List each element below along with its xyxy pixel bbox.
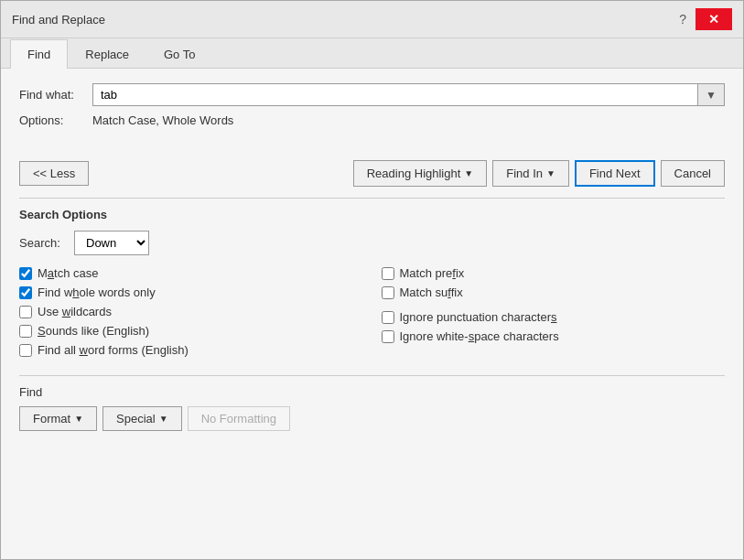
- tab-bar: Find Replace Go To: [1, 38, 743, 69]
- title-controls: ? ✕: [674, 8, 732, 30]
- checkboxes-left-col: Match case Find whole words only Use wil…: [19, 266, 363, 357]
- special-arrow-icon: ▼: [159, 414, 168, 424]
- tab-goto[interactable]: Go To: [146, 39, 212, 69]
- less-button[interactable]: << Less: [19, 161, 89, 186]
- search-options-title: Search Options: [19, 198, 725, 221]
- title-bar-left: Find and Replace: [12, 13, 105, 27]
- whole-words-checkbox[interactable]: [19, 286, 32, 299]
- tab-find[interactable]: Find: [10, 39, 68, 69]
- close-button[interactable]: ✕: [695, 8, 732, 30]
- find-in-arrow-icon: ▼: [546, 168, 555, 178]
- find-in-button[interactable]: Find In ▼: [492, 160, 569, 187]
- dialog-body: Find what: ▼ Options: Match Case, Whole …: [1, 69, 743, 446]
- search-row: Search: Down Up All: [19, 231, 725, 255]
- find-bottom-section: Find Format ▼ Special ▼ No Formatting: [19, 375, 725, 431]
- wildcards-checkbox[interactable]: [19, 306, 32, 318]
- find-input-dropdown-button[interactable]: ▼: [697, 84, 724, 105]
- help-button[interactable]: ?: [674, 10, 692, 28]
- cancel-button[interactable]: Cancel: [661, 160, 725, 187]
- whole-words-label[interactable]: Find whole words only: [38, 285, 156, 299]
- wildcards-label[interactable]: Use wildcards: [38, 305, 112, 318]
- options-row: Options: Match Case, Whole Words: [19, 113, 725, 127]
- no-formatting-button[interactable]: No Formatting: [188, 406, 290, 431]
- options-label: Options:: [19, 113, 92, 127]
- word-forms-row: Find all word forms (English): [19, 343, 363, 357]
- whole-words-row: Find whole words only: [19, 285, 363, 299]
- match-prefix-label[interactable]: Match prefix: [400, 266, 465, 280]
- wildcards-row: Use wildcards: [19, 305, 363, 318]
- find-what-row: Find what: ▼: [19, 83, 725, 106]
- find-next-button[interactable]: Find Next: [575, 160, 655, 187]
- word-forms-checkbox[interactable]: [19, 344, 32, 357]
- format-button[interactable]: Format ▼: [19, 406, 97, 431]
- search-label: Search:: [19, 236, 74, 250]
- special-button[interactable]: Special ▼: [102, 406, 182, 431]
- button-row-right: Reading Highlight ▼ Find In ▼ Find Next …: [353, 160, 725, 187]
- main-button-row: << Less Reading Highlight ▼ Find In ▼ Fi…: [19, 160, 725, 187]
- ignore-punctuation-row: Ignore punctuation characters: [382, 310, 726, 324]
- match-suffix-label[interactable]: Match suffix: [400, 285, 463, 299]
- checkboxes-right-col: Match prefix Match suffix Ignore punctua…: [382, 266, 726, 357]
- match-suffix-row: Match suffix: [382, 285, 726, 299]
- ignore-punctuation-label[interactable]: Ignore punctuation characters: [400, 310, 557, 324]
- ignore-whitespace-row: Ignore white-space characters: [382, 329, 726, 343]
- match-case-checkbox[interactable]: [19, 267, 32, 280]
- match-case-row: Match case: [19, 266, 363, 280]
- tab-replace[interactable]: Replace: [68, 39, 146, 69]
- word-forms-label[interactable]: Find all word forms (English): [38, 343, 189, 357]
- find-what-input[interactable]: [93, 84, 697, 105]
- title-bar: Find and Replace ? ✕: [1, 1, 743, 38]
- match-case-label[interactable]: Match case: [38, 266, 99, 280]
- match-prefix-checkbox[interactable]: [382, 267, 394, 280]
- ignore-whitespace-label[interactable]: Ignore white-space characters: [400, 329, 559, 343]
- find-replace-dialog: Find and Replace ? ✕ Find Replace Go To …: [0, 0, 744, 560]
- ignore-punctuation-checkbox[interactable]: [382, 311, 394, 324]
- format-arrow-icon: ▼: [74, 414, 83, 424]
- match-prefix-row: Match prefix: [382, 266, 726, 280]
- search-select-wrapper: Down Up All: [74, 231, 149, 255]
- ignore-whitespace-checkbox[interactable]: [382, 330, 394, 343]
- reading-highlight-arrow-icon: ▼: [464, 168, 473, 178]
- checkboxes-area: Match case Find whole words only Use wil…: [19, 266, 725, 357]
- sounds-like-checkbox[interactable]: [19, 325, 32, 338]
- match-suffix-checkbox[interactable]: [382, 286, 394, 299]
- sounds-like-row: Sounds like (English): [19, 324, 363, 338]
- options-value: Match Case, Whole Words: [92, 113, 233, 127]
- reading-highlight-button[interactable]: Reading Highlight ▼: [353, 160, 488, 187]
- search-direction-select[interactable]: Down Up All: [75, 232, 148, 254]
- find-bottom-buttons: Format ▼ Special ▼ No Formatting: [19, 406, 725, 431]
- find-what-label: Find what:: [19, 88, 92, 102]
- sounds-like-label[interactable]: Sounds like (English): [38, 324, 149, 338]
- dialog-title: Find and Replace: [12, 13, 105, 27]
- find-section-label: Find: [19, 385, 725, 399]
- find-input-wrapper: ▼: [92, 83, 725, 106]
